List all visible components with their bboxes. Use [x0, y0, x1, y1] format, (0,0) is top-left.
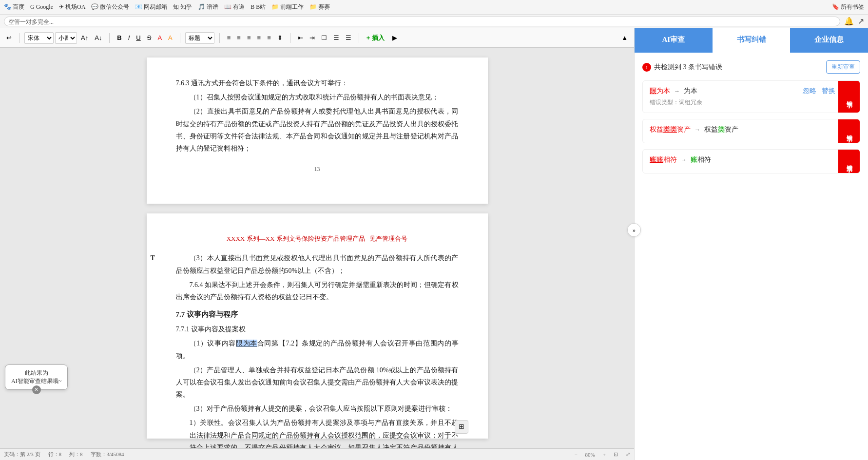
error-3-corrected: 账相符: [691, 155, 711, 164]
browser-tab-163mail[interactable]: 📧 网易邮箱: [135, 3, 167, 11]
browser-tab-google[interactable]: G Google: [30, 3, 53, 11]
browser-tab-oa[interactable]: ✈ 机场OA: [59, 3, 85, 11]
p-7-6-3-3: （3）本人直接出具书面意见或授权他人代理出具书面意见的产品份额持有人所代表的产品…: [176, 252, 459, 276]
col-info: 列：8: [69, 451, 83, 458]
checkbox-button[interactable]: ☐: [319, 33, 329, 42]
toolbar-sep-1: [19, 33, 19, 43]
highlight-button[interactable]: A: [166, 33, 175, 42]
editor-area: ↩ 宋体 小四 A↑ A↓ B I U S A A: [0, 28, 634, 460]
tab-ai-review[interactable]: AI审查: [635, 28, 713, 53]
error-card-2: 权益类类资产 → 权益类资产 错别字: [642, 119, 860, 143]
error-3-correction: 账账相符 → 账相符: [650, 155, 835, 164]
addr-text[interactable]: 空管一对多完全...: [4, 17, 840, 26]
line-height-button[interactable]: ⇕: [275, 33, 285, 42]
p-7-7-1-1: （1）议事内容限为本合同第【7.2】条规定的产品份额持有人会议召开事由范围内的事…: [176, 337, 459, 362]
font-shrink-button[interactable]: A↓: [92, 33, 104, 42]
align-left-button[interactable]: ≡: [225, 33, 233, 42]
num-list-button[interactable]: ☰: [343, 33, 354, 42]
toolbar-align-group: ≡ ≡ ≡ ≡ ≡ ⇕: [225, 33, 285, 42]
error-card-3-body: 账账相符 → 账相符: [643, 150, 860, 173]
error-3-arrow: →: [681, 156, 687, 164]
list-button[interactable]: ☰: [331, 33, 342, 42]
share-icon[interactable]: ↗: [858, 17, 864, 26]
page2-text: （3）本人直接出具书面意见或授权他人代理出具书面意见的产品份额持有人所代表的产品…: [176, 252, 459, 448]
tab-writing-correction[interactable]: 书写纠错: [713, 28, 791, 53]
address-bar: 空管一对多完全... 🔔 ↗: [0, 15, 868, 28]
page1-text: 7.6.3 通讯方式开会符合以下条件的，通讯会议方可举行： （1）召集人按照会议…: [176, 77, 459, 154]
error-1-type: 错误类型：词组冗余: [650, 98, 835, 107]
collapse-toolbar-button[interactable]: ▲: [619, 33, 630, 42]
browser-tab-saisai[interactable]: 📁 赛赛: [309, 3, 330, 11]
insert-button[interactable]: + 插入: [364, 33, 387, 43]
error-3-badge: 错别字: [838, 150, 860, 173]
strikethrough-button[interactable]: S: [145, 33, 154, 42]
ai-bubble: 此结果为 AI智能审查结果哦~ ✕: [5, 364, 68, 390]
collapse-panel-button[interactable]: »: [627, 223, 634, 237]
error-card-3: 账账相符 → 账相符 错别字: [642, 149, 860, 173]
error-2-arrow: →: [694, 126, 700, 134]
more-button[interactable]: ▶: [390, 33, 400, 42]
p-7-7-title: 7.7 议事内容与程序: [176, 308, 459, 321]
browser-tab-zhihu[interactable]: 知 知乎: [173, 3, 192, 11]
font-size-select[interactable]: 小四: [55, 32, 77, 44]
undo-button[interactable]: ↩: [4, 33, 14, 42]
document-page-1: 7.6.3 通讯方式开会符合以下条件的，通讯会议方可举行： （1）召集人按照会议…: [147, 58, 488, 204]
p-7-7-1-2: （2）产品管理人、单独或合并持有权益登记日本产品总份额 10%或以上的产品份额持…: [176, 364, 459, 401]
indent-increase-button[interactable]: ⇥: [307, 33, 317, 42]
ai-bubble-close[interactable]: ✕: [32, 385, 41, 394]
browser-tabs-bar: 🐾 百度 G Google ✈ 机场OA 💬 微信公众号 📧 网易邮箱 知 知乎…: [0, 0, 868, 15]
zoom-out[interactable]: −: [574, 452, 577, 458]
browser-tab-bilibili[interactable]: B B站: [251, 3, 266, 11]
right-panel: AI审查 书写纠错 企业信息 ! 共检测到 3 条书写错误 重新审查: [634, 28, 868, 460]
tab-company-info[interactable]: 企业信息: [790, 28, 868, 53]
document-scroll[interactable]: 7.6.3 通讯方式开会符合以下条件的，通讯会议方可举行： （1）召集人按照会议…: [0, 48, 634, 448]
status-bar: 页码：第 2/3 页 行：8 列：8 字数：3/45084 − 80% + ⊡ …: [0, 448, 634, 460]
toolbar-style-group: 标题: [185, 32, 214, 44]
font-family-select[interactable]: 宋体: [24, 32, 54, 44]
error-2-badge: 错别字: [838, 119, 860, 143]
browser-tab-youdao[interactable]: 📖 有道: [224, 3, 245, 11]
italic-button[interactable]: I: [126, 33, 133, 42]
bold-button[interactable]: B: [115, 33, 124, 42]
notification-icon[interactable]: 🔔: [844, 17, 854, 26]
zoom-in[interactable]: +: [603, 452, 606, 458]
p-7-6-3-1: （1）召集人按照会议通知规定的方式收取和统计产品份额持有人的书面表决意见；: [176, 91, 459, 103]
indent-decrease-button[interactable]: ⇤: [295, 33, 306, 42]
fullscreen-icon[interactable]: ⤢: [626, 451, 630, 458]
error-1-highlight-text: 限: [650, 87, 656, 95]
error-2-highlight-text: 类类: [663, 126, 677, 133]
browser-tab-work[interactable]: 📁 前端工作: [271, 3, 304, 11]
browser-tab-wechat[interactable]: 💬 微信公众号: [91, 3, 129, 11]
error-card-1-body: 限为本 → 为本 忽略 替换 错误类型：词组冗余: [643, 81, 860, 113]
toolbar-sep-6: [359, 33, 359, 43]
align-right-button[interactable]: ≡: [245, 33, 253, 42]
recheck-button[interactable]: 重新审查: [826, 60, 860, 74]
browser-tab-baidu[interactable]: 🐾 百度: [4, 3, 24, 11]
error-1-ignore[interactable]: 忽略: [803, 87, 816, 95]
all-tabs[interactable]: 🔖 所有书签: [832, 3, 864, 11]
underline-button[interactable]: U: [134, 33, 143, 42]
error-2-original: 权益类类资产: [650, 125, 691, 134]
font-color-button[interactable]: A: [155, 33, 164, 42]
align-distribute-button[interactable]: ≡: [265, 33, 273, 42]
error-count: ! 共检测到 3 条书写错误: [642, 63, 722, 72]
copy-button[interactable]: ⊞: [455, 420, 468, 434]
toolbar-undo-group: ↩: [4, 33, 14, 42]
ai-bubble-line1: 此结果为: [11, 369, 61, 377]
error-summary: ! 共检测到 3 条书写错误 重新审查: [642, 60, 860, 74]
p-7-7-1-3: （3）对于产品份额持有人提交的提案，会议召集人应当按照以下原则对提案进行审核：: [176, 402, 459, 415]
align-justify-button[interactable]: ≡: [255, 33, 264, 42]
align-center-button[interactable]: ≡: [234, 33, 243, 42]
t-marker: T: [151, 252, 155, 264]
error-1-corrected: 为本: [684, 87, 697, 96]
zoom-percent: 80%: [585, 452, 595, 458]
font-grow-button[interactable]: A↑: [78, 33, 91, 42]
error-1-correction: 限为本 → 为本 忽略 替换: [650, 87, 835, 96]
error-1-replace[interactable]: 替换: [822, 87, 835, 95]
browser-tab-ppp[interactable]: 🎵 谱谱: [198, 3, 218, 11]
error-1-arrow: →: [674, 88, 680, 95]
error-1-badge: 错别字: [838, 81, 860, 113]
style-select[interactable]: 标题: [185, 32, 214, 44]
fit-icon[interactable]: ⊡: [614, 451, 618, 458]
toolbar-sep-5: [290, 33, 290, 43]
